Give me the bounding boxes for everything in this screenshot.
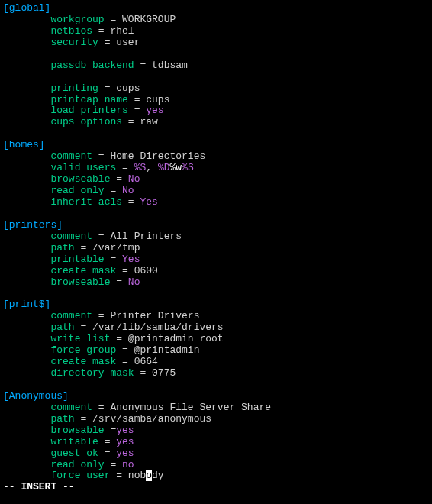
section-printdollar: [print$]: [3, 299, 429, 311]
cfg-printing: printing = cups: [3, 83, 429, 95]
blank-line: [3, 49, 429, 60]
blank-line: [3, 128, 429, 140]
cfg-homes-readonly: read only = No: [3, 186, 429, 197]
cfg-pd-comment: comment = Printer Drivers: [3, 311, 429, 322]
cfg-netbios: netbios = rhel: [3, 26, 429, 37]
cfg-printable: printable = Yes: [3, 254, 429, 266]
blank-line: [3, 288, 429, 299]
cfg-inheritacls: inherit acls = Yes: [3, 197, 429, 208]
section-homes: [homes]: [3, 140, 429, 151]
cfg-homes-comment: comment = Home Directories: [3, 151, 429, 163]
cfg-printers-browseable: browseable = No: [3, 277, 429, 289]
cfg-pd-createmask: create mask = 0664: [3, 357, 429, 368]
cfg-forcegroup: force group = @printadmin: [3, 345, 429, 357]
vim-status-line: -- INSERT --: [3, 482, 429, 493]
cfg-passdb: passdb backend = tdbsam: [3, 60, 429, 72]
section-global: [global]: [3, 3, 429, 15]
cfg-printers-comment: comment = All Printers: [3, 231, 429, 243]
blank-line: [3, 380, 429, 391]
cursor: o: [146, 470, 152, 481]
cfg-anon-writable: writable = yes: [3, 437, 429, 448]
cfg-writelist: write list = @printadmin root: [3, 334, 429, 345]
cfg-security: security = user: [3, 37, 429, 49]
cfg-anon-comment: comment = Anonymous File Server Share: [3, 402, 429, 414]
blank-line: [3, 72, 429, 83]
cfg-anon-guestok: guest ok = yes: [3, 448, 429, 460]
blank-line: [3, 208, 429, 220]
cfg-directorymask: directory mask = 0775: [3, 368, 429, 380]
cfg-anon-readonly: read only = no: [3, 460, 429, 471]
cfg-anon-forceuser: force user = nobody: [3, 470, 429, 482]
cfg-homes-browseable: browseable = No: [3, 174, 429, 186]
cfg-loadprinters: load printers = yes: [3, 105, 429, 117]
cfg-printers-path: path = /var/tmp: [3, 243, 429, 254]
cfg-printcap: printcap name = cups: [3, 95, 429, 106]
cfg-printers-createmask: create mask = 0600: [3, 266, 429, 277]
cfg-workgroup: workgroup = WORKGROUP: [3, 15, 429, 26]
cfg-pd-path: path = /var/lib/samba/drivers: [3, 322, 429, 334]
cfg-anon-path: path = /srv/samba/anonymous: [3, 414, 429, 425]
cfg-anon-browsable: browsable =yes: [3, 425, 429, 437]
cfg-validusers: valid users = %S, %D%w%S: [3, 163, 429, 174]
editor-content[interactable]: [global] workgroup = WORKGROUP netbios =…: [3, 3, 429, 482]
cfg-cupsoptions: cups options = raw: [3, 117, 429, 128]
section-anonymous: [Anonymous]: [3, 391, 429, 402]
section-printers: [printers]: [3, 220, 429, 231]
